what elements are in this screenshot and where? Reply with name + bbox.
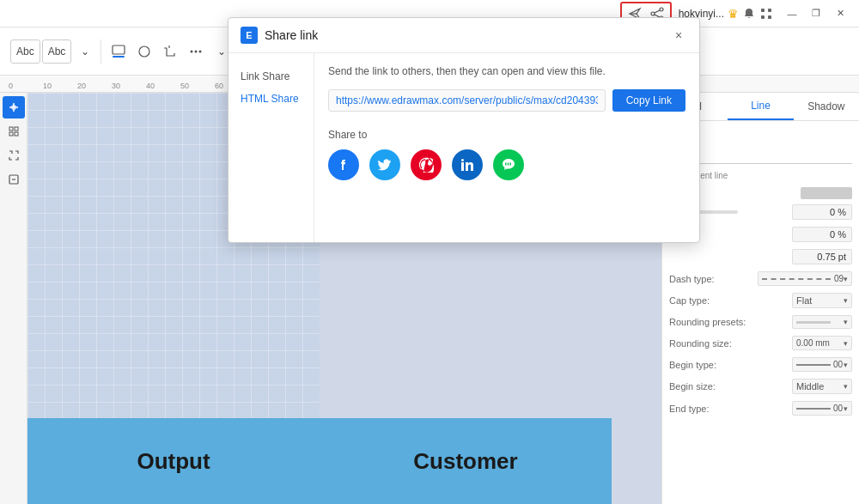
text-tool-btn-1[interactable]: Abc: [10, 39, 40, 64]
rounding-presets-label: Rounding presets:: [669, 317, 746, 327]
svg-rect-10: [113, 46, 125, 54]
svg-point-13: [191, 50, 193, 52]
line-share-btn[interactable]: [493, 149, 524, 180]
cap-dropdown-arrow: ▾: [844, 296, 848, 305]
rounding-presets-row: Rounding presets: ▾: [669, 315, 852, 329]
svg-point-2: [660, 8, 663, 11]
dialog-description: Send the link to others, then they can o…: [328, 65, 685, 77]
svg-rect-33: [15, 132, 18, 136]
svg-point-1: [651, 12, 655, 15]
dialog-title: Share link: [265, 28, 663, 42]
dash-type-dropdown[interactable]: 09 ▾: [758, 271, 852, 286]
dialog-right-content: Send the link to others, then they can o…: [314, 53, 699, 242]
mini-btn-1[interactable]: [3, 96, 25, 118]
dialog-nav-html-share[interactable]: HTML Share: [228, 88, 314, 110]
crop-tool[interactable]: [158, 39, 182, 64]
opacity-value-2: 0 %: [792, 227, 852, 242]
rounding-presets-dropdown[interactable]: ▾: [792, 315, 852, 329]
svg-rect-36: [461, 162, 464, 171]
cap-type-value: Flat: [796, 295, 812, 306]
dialog-logo: E: [241, 27, 258, 44]
minimize-btn[interactable]: —: [780, 4, 804, 23]
left-mini-toolbar: [0, 93, 27, 504]
text-tool-group: Abc Abc ⌄: [7, 39, 101, 64]
begin-type-dropdown[interactable]: 00 ▾: [792, 357, 852, 372]
copy-link-btn[interactable]: Copy Link: [612, 89, 685, 112]
restore-btn[interactable]: ❐: [804, 4, 828, 23]
rounding-size-arrow: ▾: [844, 339, 848, 348]
dash-type-value: 09: [834, 274, 844, 283]
dialog-header: E Share link ×: [228, 18, 699, 53]
mini-btn-2[interactable]: [3, 120, 25, 143]
svg-rect-9: [768, 15, 771, 19]
svg-rect-32: [9, 132, 13, 136]
svg-point-37: [461, 159, 464, 161]
ruler-30: 30: [112, 82, 120, 90]
dash-preview: [762, 278, 831, 280]
end-type-value: 00: [833, 404, 843, 413]
rounding-presets-arrow: ▾: [844, 318, 848, 326]
end-type-preview: [796, 408, 831, 410]
svg-rect-6: [761, 9, 765, 12]
svg-rect-31: [15, 127, 18, 131]
cap-type-dropdown[interactable]: Flat ▾: [792, 293, 852, 308]
cap-type-row: Cap type: Flat ▾: [669, 293, 852, 308]
more-tool[interactable]: [184, 39, 208, 64]
ruler-60: 60: [215, 82, 223, 90]
close-btn[interactable]: ✕: [828, 4, 852, 23]
crown-icon: ♛: [728, 7, 739, 21]
tab-shadow[interactable]: Shadow: [794, 93, 859, 120]
text-tool-btn-2[interactable]: Abc: [42, 39, 72, 64]
apps-grid-icon[interactable]: [759, 7, 773, 21]
twitter-share-btn[interactable]: [369, 149, 400, 180]
begin-type-preview: [796, 364, 831, 366]
notification-icon[interactable]: [742, 7, 756, 21]
pinterest-share-btn[interactable]: [411, 149, 442, 180]
ruler-10: 10: [43, 82, 52, 90]
svg-rect-7: [768, 9, 771, 12]
facebook-share-btn[interactable]: [328, 149, 359, 180]
output-box[interactable]: Output: [27, 418, 320, 504]
rounding-size-value: 0.00 mm: [796, 338, 830, 348]
link-input[interactable]: [328, 89, 606, 112]
tab-line[interactable]: Line: [728, 93, 793, 120]
end-type-dropdown[interactable]: 00 ▾: [792, 401, 852, 416]
svg-point-12: [139, 46, 149, 57]
begin-type-value: 00: [833, 360, 843, 369]
ruler-20: 20: [77, 82, 86, 90]
circle-tool[interactable]: [132, 39, 156, 64]
mini-btn-3[interactable]: [3, 144, 25, 167]
customer-box[interactable]: Customer: [320, 418, 612, 504]
begin-type-label: Begin type:: [669, 360, 738, 370]
ruler-0: 0: [9, 82, 13, 90]
svg-rect-8: [761, 15, 765, 19]
output-label: Output: [137, 448, 210, 475]
svg-rect-30: [9, 127, 13, 131]
svg-line-4: [655, 10, 660, 13]
svg-rect-11: [113, 56, 125, 58]
end-type-label: End type:: [669, 404, 738, 414]
shape-tool-group: ⌄: [103, 39, 238, 64]
weight-row: 0.75 pt: [669, 249, 852, 264]
rounding-preview: [796, 321, 831, 324]
dialog-left-nav: Link Share HTML Share: [228, 53, 314, 242]
linkedin-share-btn[interactable]: [452, 149, 483, 180]
dash-type-label: Dash type:: [669, 274, 738, 284]
customer-label: Customer: [413, 448, 517, 475]
rounding-size-dropdown[interactable]: 0.00 mm ▾: [792, 336, 852, 350]
link-row: Copy Link: [328, 89, 685, 112]
begin-size-row: Begin size: Middle ▾: [669, 379, 852, 394]
svg-point-14: [195, 50, 198, 52]
fill-color-tool[interactable]: [107, 39, 131, 64]
mini-btn-4[interactable]: [3, 168, 25, 191]
dialog-nav-link-share[interactable]: Link Share: [228, 65, 314, 88]
dialog-body: Link Share HTML Share Send the link to o…: [228, 53, 699, 242]
begin-type-arrow: ▾: [844, 361, 848, 369]
end-type-row: End type: 00 ▾: [669, 401, 852, 416]
begin-size-arrow: ▾: [844, 382, 848, 391]
dash-dropdown-arrow: ▾: [844, 275, 848, 283]
toolbar-expand-icon[interactable]: ⌄: [73, 39, 97, 64]
begin-size-dropdown[interactable]: Middle ▾: [792, 379, 852, 394]
color-swatch: [801, 187, 852, 199]
dialog-close-btn[interactable]: ×: [670, 27, 687, 44]
